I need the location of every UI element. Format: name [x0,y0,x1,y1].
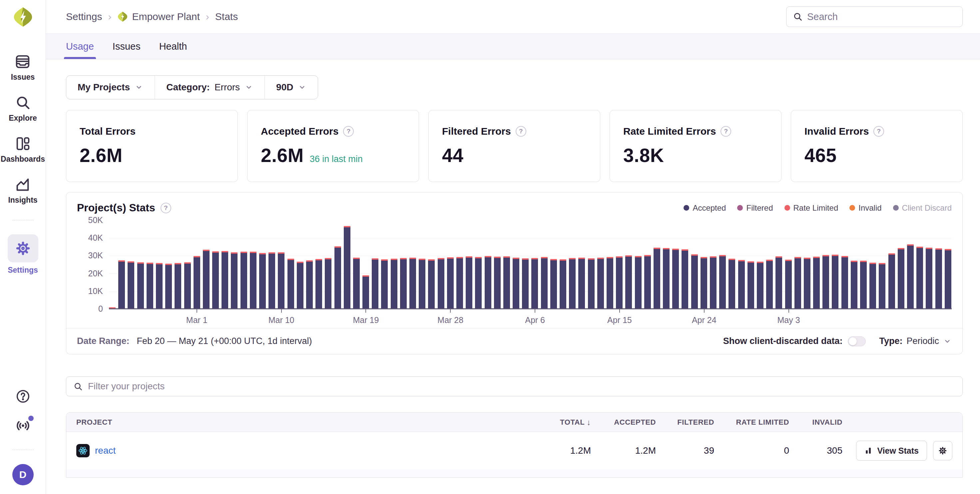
search-input[interactable] [807,11,956,22]
sidebar-item-settings[interactable]: Settings [8,234,38,275]
org-logo[interactable] [13,7,33,27]
card-title: Invalid Errors [805,126,869,137]
col-invalid[interactable]: INVALID [789,418,842,427]
bar-chart-icon [864,446,873,455]
project-filter[interactable] [66,376,963,396]
tab-health[interactable]: Health [159,33,187,59]
chart-bar [231,252,237,308]
chart-bar [503,257,510,308]
help-icon[interactable]: ? [343,126,354,137]
category-selector[interactable]: Category: Errors [154,76,264,99]
chart-bar [719,255,726,308]
tab-issues[interactable]: Issues [113,33,141,59]
col-project[interactable]: PROJECT [76,418,534,427]
chart-bar [391,259,398,308]
project-link[interactable]: react [95,445,116,456]
col-rate-limited[interactable]: RATE LIMITED [714,418,789,427]
table-next-row-clipped [66,469,963,477]
help-icon[interactable]: ? [721,126,731,137]
legend-item-client-discard[interactable]: Client Discard [893,203,952,213]
chart-bar [710,257,716,308]
global-search[interactable] [786,6,963,27]
chart-bar [935,249,942,308]
chart-bar [306,260,313,308]
legend-item-accepted[interactable]: Accepted [684,203,726,213]
chart-bar [672,249,679,308]
view-stats-button[interactable]: View Stats [856,441,927,461]
x-tickmark [197,309,197,313]
tab-bar: Usage Issues Health [46,33,980,59]
sidebar-item-label: Settings [8,266,38,275]
x-tick-label: Mar 19 [353,316,379,325]
help-button[interactable] [16,389,30,405]
project-settings-button[interactable] [933,441,952,461]
tab-usage[interactable]: Usage [66,33,94,59]
type-selector[interactable]: Type: Periodic [879,336,952,346]
col-filtered[interactable]: FILTERED [656,418,714,427]
chart-bar [194,256,200,308]
chart-bar [625,255,632,308]
chart-bar [907,244,914,308]
chart-bar [184,262,191,308]
legend-item-rate-limited[interactable]: Rate Limited [784,203,838,213]
y-tick-label: 0 [98,304,103,314]
sidebar-item-label: Issues [11,73,35,82]
legend-item-filtered[interactable]: Filtered [737,203,773,213]
sidebar-item-dashboards[interactable]: Dashboards [1,136,45,164]
chevron-down-icon [245,83,253,92]
user-avatar[interactable]: D [12,464,33,485]
y-tick-label: 40K [88,233,103,243]
y-tick-label: 10K [88,286,103,296]
col-accepted[interactable]: ACCEPTED [591,418,656,427]
card-title: Total Errors [80,126,135,137]
chart-bar [945,249,951,308]
sidebar-item-label: Insights [8,196,37,205]
y-tick-label: 30K [88,251,103,260]
chart-bar [315,259,322,308]
breadcrumb-settings[interactable]: Settings [66,11,102,22]
x-tick-label: Apr 6 [525,316,545,325]
whats-new-button[interactable] [16,418,30,434]
chevron-down-icon [298,83,307,92]
chart-bar [851,261,858,308]
date-period-selector[interactable]: 90D [264,76,318,99]
legend-item-invalid[interactable]: Invalid [850,203,881,213]
card-note: 36 in last min [310,154,363,164]
help-icon[interactable]: ? [515,126,526,137]
project-selector[interactable]: My Projects [66,76,154,99]
card-title: Rate Limited Errors [623,126,716,137]
card-value: 3.8K [623,144,664,166]
legend-dot [684,205,689,211]
chart-bar [363,275,369,308]
legend-label: Rate Limited [794,203,838,213]
x-tick-label: Mar 28 [438,316,463,325]
category-label: Category: [166,82,210,92]
client-discard-toggle[interactable] [848,336,866,346]
chart-bar [259,253,266,308]
chart-bar [578,258,585,308]
chart-bar [822,255,829,308]
search-icon [74,382,83,391]
legend-label: Client Discard [902,203,952,213]
sidebar-item-explore[interactable]: Explore [9,95,37,123]
chart-bar [738,260,745,308]
sidebar-item-issues[interactable]: Issues [11,54,35,82]
sidebar-item-insights[interactable]: Insights [8,177,37,205]
issues-icon [15,54,30,69]
cell-filtered: 39 [656,445,714,456]
breadcrumb-project[interactable]: Empower Plant [117,11,199,22]
chart-bar [457,257,463,308]
chart-bar [419,259,425,308]
chart-bar [494,257,501,308]
chart-bar [466,257,473,308]
chart-bar [663,248,670,308]
help-icon[interactable]: ? [873,126,884,137]
legend-label: Filtered [746,203,773,213]
project-selector-label: My Projects [78,82,130,92]
col-total[interactable]: TOTAL↓ [534,418,591,427]
notification-dot [28,416,33,421]
project-filter-input[interactable] [88,381,955,392]
app-window: Issues Explore Dashboards Insights Setti… [0,0,980,494]
help-icon[interactable]: ? [161,203,171,214]
chart-bar [438,258,444,308]
